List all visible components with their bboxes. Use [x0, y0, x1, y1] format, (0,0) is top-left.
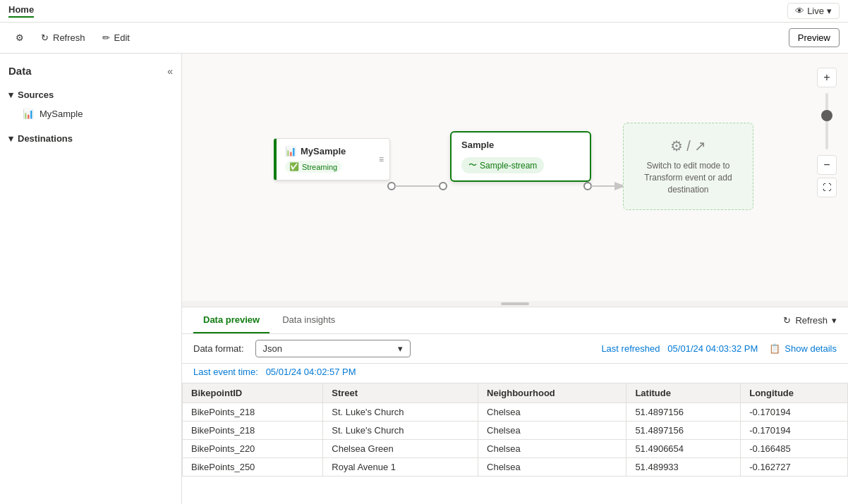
table-cell: -0.170194	[741, 422, 848, 440]
table-cell: 51.4897156	[626, 403, 741, 422]
destinations-label: Destinations	[18, 133, 73, 144]
bottom-tabs-bar: Data preview Data insights ↻ Refresh ▾	[182, 307, 848, 334]
panel-refresh-label: Refresh	[795, 315, 828, 326]
stream-chip: 〜 Sample-stream	[461, 157, 544, 173]
eye-icon: 👁	[795, 6, 804, 16]
zoom-out-button[interactable]: −	[817, 155, 837, 175]
hamburger-icon: ≡	[379, 154, 384, 164]
table-cell: BikePoints_220	[183, 440, 323, 458]
title-bar-right: 👁 Live ▾	[787, 3, 840, 19]
bottom-panel: Data preview Data insights ↻ Refresh ▾ D…	[182, 307, 848, 504]
svg-point-3	[584, 183, 591, 190]
table-cell: BikePoints_250	[183, 458, 323, 477]
sidebar: Data « ▾ Sources 📊 MySample ▾ Destinatio…	[0, 54, 182, 504]
sidebar-item-mysample[interactable]: 📊 MySample	[0, 104, 181, 123]
edit-mode-card: ⚙ / ↗ Switch to edit mode to Transform e…	[623, 123, 753, 210]
table-cell: St. Luke's Church	[323, 403, 478, 422]
chevron-right-icon: ▾	[8, 133, 13, 144]
flow-canvas: 📊 MySample ✅ Streaming ≡ Sample 〜	[182, 54, 848, 301]
table-head: BikepointID Street Neighbourhood Latitud…	[183, 383, 848, 403]
mysample-label: MySample	[40, 109, 83, 119]
svg-point-0	[388, 183, 395, 190]
stream-icon: 〜	[468, 159, 477, 171]
refresh-button[interactable]: ↻ Refresh	[34, 28, 92, 47]
sidebar-section-destinations-header[interactable]: ▾ Destinations	[0, 129, 181, 148]
refresh-icon-small: ↻	[783, 315, 791, 326]
sources-label: Sources	[18, 90, 54, 100]
col-street: Street	[323, 383, 478, 403]
table-body: BikePoints_218St. Luke's ChurchChelsea51…	[183, 403, 848, 477]
live-label: Live	[807, 6, 824, 16]
edit-mode-text: Switch to edit mode to Transform event o…	[635, 160, 741, 195]
table-cell: Chelsea	[478, 422, 626, 440]
stream-node[interactable]: Sample 〜 Sample-stream	[450, 131, 591, 182]
zoom-controls: + − ⛶	[817, 68, 837, 197]
table-cell: St. Luke's Church	[323, 422, 478, 440]
source-node-name: MySample	[301, 146, 346, 156]
stream-node-title: Sample	[461, 140, 494, 150]
edit-icon: ✏	[102, 32, 110, 43]
export-icon: ↗	[694, 138, 706, 154]
panel-refresh-button[interactable]: ↻ Refresh ▾	[783, 315, 837, 326]
fit-icon: ⛶	[823, 183, 831, 192]
zoom-slider[interactable]	[825, 93, 828, 149]
canvas-top: 📊 MySample ✅ Streaming ≡ Sample 〜	[182, 54, 848, 301]
tab-data-preview[interactable]: Data preview	[193, 307, 269, 333]
sidebar-section-destinations: ▾ Destinations	[0, 126, 181, 151]
show-details-button[interactable]: 📋 Show details	[769, 343, 837, 354]
last-refreshed-value: 05/01/24 04:03:32 PM	[667, 343, 758, 354]
col-neighbourhood: Neighbourhood	[478, 383, 626, 403]
settings-button[interactable]: ⚙	[8, 28, 31, 47]
source-streaming-badge: ✅ Streaming	[285, 161, 341, 173]
col-longitude: Longitude	[741, 383, 848, 403]
table-cell: 51.4906654	[626, 440, 741, 458]
table-cell: 51.4897156	[626, 422, 741, 440]
title-bar: Home 👁 Live ▾	[0, 0, 848, 23]
check-icon: ✅	[289, 162, 299, 171]
table-cell: BikePoints_218	[183, 422, 323, 440]
zoom-thumb[interactable]	[821, 110, 832, 121]
table-cell: Royal Avenue 1	[323, 458, 478, 477]
chevron-down-icon: ▾	[827, 6, 832, 16]
live-badge[interactable]: 👁 Live ▾	[787, 3, 840, 19]
table-cell: Chelsea	[478, 458, 626, 477]
sidebar-section-sources: ▾ Sources 📊 MySample	[0, 82, 181, 126]
data-table-container[interactable]: BikepointID Street Neighbourhood Latitud…	[182, 383, 848, 504]
last-refreshed: Last refreshed 05/01/24 04:03:32 PM	[601, 343, 758, 354]
event-time-label: Last event time:	[193, 367, 258, 377]
data-format-label: Data format:	[193, 343, 244, 354]
sidebar-header: Data «	[0, 62, 181, 82]
show-details-label: Show details	[785, 343, 837, 354]
zoom-in-button[interactable]: +	[817, 68, 837, 87]
table-row: BikePoints_220Chelsea GreenChelsea51.490…	[183, 440, 848, 458]
zoom-fit-button[interactable]: ⛶	[817, 178, 837, 197]
last-refreshed-label: Last refreshed	[601, 343, 660, 354]
slash-separator: /	[686, 138, 694, 154]
page-title: Home	[8, 4, 34, 18]
table-cell: BikePoints_218	[183, 403, 323, 422]
chart-icon: 📊	[285, 146, 296, 156]
sidebar-title: Data	[8, 65, 32, 77]
panel-divider[interactable]	[182, 301, 848, 307]
table-row: BikePoints_218St. Luke's ChurchChelsea51…	[183, 422, 848, 440]
canvas-area: 📊 MySample ✅ Streaming ≡ Sample 〜	[182, 54, 848, 504]
col-bikepointid: BikepointID	[183, 383, 323, 403]
tab-data-insights[interactable]: Data insights	[272, 307, 345, 333]
table-row: BikePoints_218St. Luke's ChurchChelsea51…	[183, 403, 848, 422]
data-format-select[interactable]: Json ▾	[255, 340, 411, 357]
preview-button[interactable]: Preview	[789, 28, 840, 47]
event-time-row: Last event time: 05/01/24 04:02:57 PM	[182, 364, 848, 383]
collapse-sidebar-button[interactable]: «	[167, 66, 173, 77]
toolbar: ⚙ ↻ Refresh ✏ Edit Preview	[0, 23, 848, 54]
divider-pill	[501, 302, 529, 305]
table-cell: -0.162727	[741, 458, 848, 477]
edit-button[interactable]: ✏ Edit	[95, 28, 137, 47]
col-latitude: Latitude	[626, 383, 741, 403]
sidebar-section-sources-header[interactable]: ▾ Sources	[0, 85, 181, 104]
main-layout: Data « ▾ Sources 📊 MySample ▾ Destinatio…	[0, 54, 848, 504]
settings-icon: ⚙	[670, 138, 683, 154]
source-node[interactable]: 📊 MySample ✅ Streaming ≡	[274, 138, 390, 180]
table-cell: Chelsea Green	[323, 440, 478, 458]
table-cell: -0.166485	[741, 440, 848, 458]
table-header-row: BikepointID Street Neighbourhood Latitud…	[183, 383, 848, 403]
